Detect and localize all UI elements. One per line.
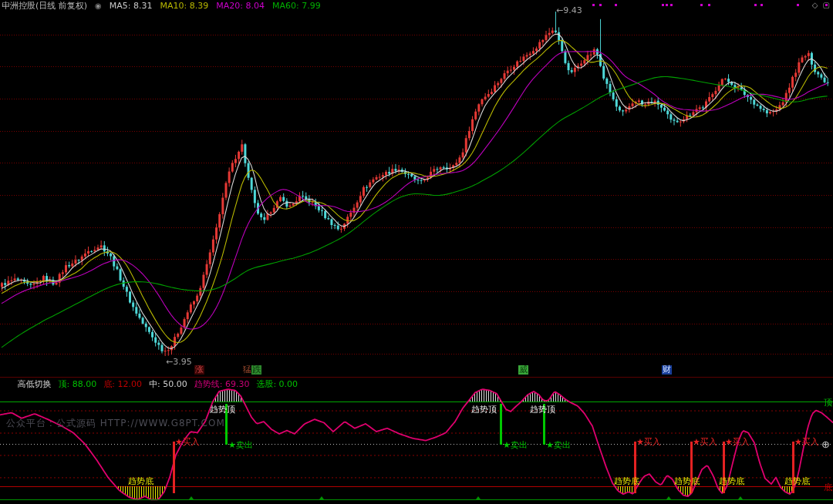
bottom-edge-label: 底 — [824, 482, 832, 493]
indicator-param: 趋势线: 69.30 — [194, 379, 250, 389]
trend-top-label: 趋势顶 — [471, 405, 497, 415]
crosshair-icon[interactable]: ⊕ — [821, 438, 830, 450]
buy-signal-label: ★买入 — [794, 438, 819, 447]
indicator-name[interactable]: 高低切换 — [18, 379, 52, 389]
buy-signal-label: ★买入 — [175, 438, 200, 447]
buy-signal-label: ★买入 — [693, 438, 717, 447]
app-window: 申洲控股(日线 前复权) ◉ MA5: 8.31MA10: 8.39MA20: … — [0, 0, 833, 504]
window-controls: ◇ ▢ — [812, 1, 830, 9]
trend-bottom-label: 趋势底 — [784, 477, 810, 486]
indicator-icon[interactable]: ◉ — [3, 379, 11, 389]
ma60-value: MA60: 7.99 — [272, 1, 321, 11]
high-price-callout: ←9.43 — [556, 5, 582, 15]
main-chart-header: 申洲控股(日线 前复权) ◉ MA5: 8.31MA10: 8.39MA20: … — [2, 1, 321, 11]
indicator-header: ◉ 高低切换 顶: 88.00底: 12.00中: 50.00趋势线: 69.3… — [3, 379, 298, 389]
ma20-value: MA20: 8.04 — [216, 1, 265, 11]
trend-bottom-label: 趋势底 — [719, 477, 744, 486]
top-edge-label: 顶 — [824, 397, 832, 408]
indicator-param: 顶: 88.00 — [59, 379, 97, 389]
plunge-badge-2: 跌 — [251, 365, 261, 375]
trend-top-label: 趋势顶 — [530, 405, 555, 415]
indicator-params: 顶: 88.00底: 12.00中: 50.00趋势线: 69.30选股: 0.… — [59, 379, 298, 389]
sell-signal-label: ★卖出 — [503, 441, 528, 450]
low-price-callout: ←3.95 — [166, 357, 192, 367]
buy-signal-label: ★买入 — [636, 438, 661, 447]
sell-signal-label: ★卖出 — [228, 441, 253, 450]
rise-badge: 涨 — [194, 365, 204, 375]
ma5-value: MA5: 8.31 — [110, 1, 153, 11]
indicator-param: 底: 12.00 — [103, 379, 142, 389]
trend-bottom-label: 趋势底 — [674, 477, 700, 486]
indicator-param: 中: 50.00 — [149, 379, 187, 389]
trend-bottom-label: 趋势底 — [614, 477, 639, 486]
wealth-badge: 财 — [662, 365, 672, 375]
restore-window-icon[interactable]: ▢ — [823, 1, 830, 9]
trend-bottom-label: 趋势底 — [128, 477, 153, 486]
buy-signal-label: ★买入 — [725, 438, 750, 447]
sell-signal-label: ★卖出 — [546, 441, 571, 450]
diamond-icon[interactable]: ◇ — [812, 1, 818, 9]
trend-top-label: 趋势顶 — [210, 405, 235, 415]
ma-values: MA5: 8.31MA10: 8.39MA20: 8.04MA60: 7.99 — [110, 1, 321, 11]
watermark: 公众平台：公式源码 HTTP://WWW.G8PT.COM — [6, 417, 225, 430]
power-badge: 威 — [518, 365, 528, 375]
ma10-value: MA10: 8.39 — [160, 1, 209, 11]
chart-badge-icon[interactable]: ◉ — [95, 1, 102, 11]
indicator-param: 选股: 0.00 — [256, 379, 298, 389]
stock-title: 申洲控股(日线 前复权) — [2, 1, 87, 11]
